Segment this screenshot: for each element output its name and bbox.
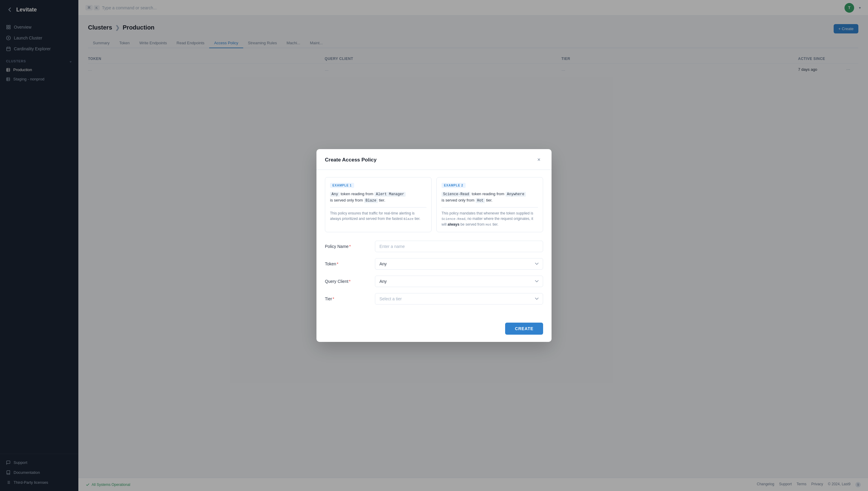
modal-header: Create Access Policy ×: [316, 149, 552, 170]
example-card-2: EXAMPLE 2 Science-Read token reading fro…: [437, 177, 543, 232]
modal-create-access-policy: Create Access Policy × EXAMPLE 1 Any tok…: [316, 149, 552, 342]
example-1-badge: EXAMPLE 1: [330, 183, 354, 188]
example-1-note: This policy ensures that traffic for rea…: [330, 207, 426, 222]
policy-name-label: Policy Name*: [325, 244, 370, 249]
examples-row: EXAMPLE 1 Any token reading from Alert M…: [325, 177, 543, 232]
query-client-field: Query Client* Any: [325, 276, 543, 287]
tier-select[interactable]: Select a tier Blaze Hot Warm: [375, 293, 543, 305]
example-2-badge: EXAMPLE 2: [442, 183, 466, 188]
example-2-note: This policy mandates that whenever the t…: [442, 207, 538, 227]
tier-label: Tier*: [325, 296, 370, 301]
modal-footer: CREATE: [316, 318, 552, 342]
policy-name-input[interactable]: [375, 241, 543, 252]
token-select[interactable]: Any: [375, 258, 543, 269]
policy-name-field: Policy Name*: [325, 241, 543, 252]
modal-overlay[interactable]: Create Access Policy × EXAMPLE 1 Any tok…: [0, 0, 868, 491]
example-2-desc: Science-Read token reading from Anywhere…: [442, 191, 538, 204]
token-label: Token*: [325, 261, 370, 266]
modal-create-button[interactable]: CREATE: [505, 323, 543, 335]
query-client-select[interactable]: Any: [375, 276, 543, 287]
query-client-label: Query Client*: [325, 279, 370, 284]
tier-field: Tier* Select a tier Blaze Hot Warm: [325, 293, 543, 305]
modal-title: Create Access Policy: [325, 157, 376, 163]
example-1-desc: Any token reading from Alert Manager is …: [330, 191, 426, 204]
token-field: Token* Any: [325, 258, 543, 269]
modal-body: EXAMPLE 1 Any token reading from Alert M…: [316, 170, 552, 318]
example-card-1: EXAMPLE 1 Any token reading from Alert M…: [325, 177, 431, 232]
modal-close-button[interactable]: ×: [535, 156, 543, 164]
